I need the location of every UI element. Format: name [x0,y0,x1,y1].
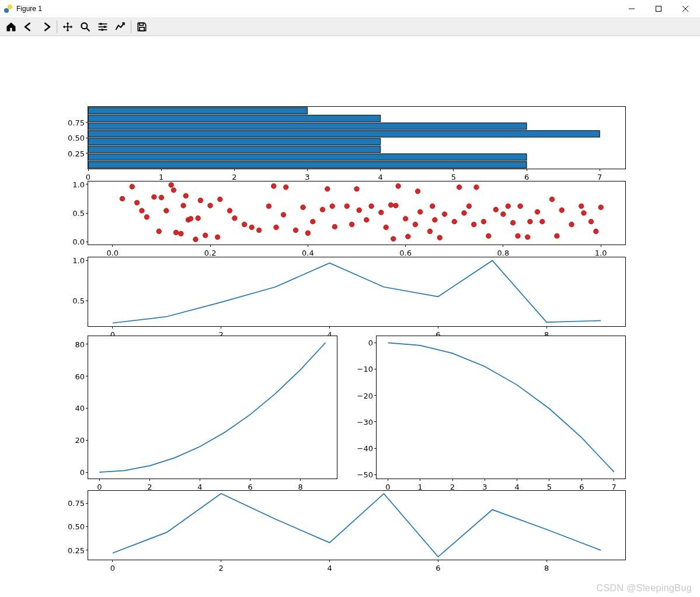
toolbar-separator [131,20,131,33]
svg-point-102 [525,235,530,240]
svg-point-113 [594,229,599,234]
svg-point-80 [413,222,418,227]
svg-rect-14 [140,23,144,25]
y-tick-label: −30 [357,417,373,426]
svg-rect-11 [100,23,102,25]
svg-point-40 [188,217,193,222]
svg-point-101 [518,204,523,209]
svg-point-44 [203,233,208,238]
svg-point-106 [549,197,555,202]
svg-point-38 [183,193,189,198]
x-tick-label: 2 [232,173,236,181]
svg-point-103 [528,219,533,224]
pan-icon[interactable] [59,19,76,35]
svg-point-41 [193,237,198,242]
x-tick-label: 7 [597,173,602,181]
svg-point-50 [242,222,247,227]
close-button[interactable] [672,0,699,18]
y-tick-label: 80 [75,340,85,348]
y-tick-label: 0.5 [72,209,85,218]
y-tick-label: 0.50 [68,134,85,142]
x-tick-label: 8 [544,564,549,572]
svg-point-35 [173,230,179,235]
svg-point-74 [388,203,393,208]
svg-point-107 [555,233,560,239]
svg-point-68 [354,186,360,191]
save-icon[interactable] [133,19,151,35]
svg-point-60 [305,231,311,236]
axes-line-quadratic-down: 01234567−50−40−30−20−100 [376,336,626,479]
svg-point-54 [271,184,277,189]
x-tick-label: 4 [327,564,332,572]
svg-line-5 [682,6,688,12]
x-tick-label: 1 [159,173,163,181]
svg-point-56 [281,212,286,218]
svg-point-27 [140,208,145,214]
svg-point-90 [462,211,467,216]
svg-point-25 [130,184,135,190]
back-icon[interactable] [20,19,37,35]
svg-point-87 [442,212,447,217]
svg-point-26 [134,200,140,205]
svg-point-61 [310,219,315,224]
svg-point-24 [120,196,125,201]
x-tick-label: 0.4 [302,249,314,257]
svg-point-28 [144,215,149,220]
x-tick-label: 0 [110,564,115,572]
figure-canvas[interactable]: 0.250.500.7501234567 0.00.20.40.60.81.00… [0,36,700,597]
y-tick-label: 60 [75,372,85,380]
svg-point-88 [452,219,457,224]
y-tick-label: 0 [368,338,373,347]
x-tick-label: 0.2 [204,249,217,257]
svg-point-49 [232,216,238,221]
svg-point-34 [171,187,176,193]
y-tick-label: 0.50 [68,522,85,531]
svg-point-79 [406,234,411,239]
svg-rect-3 [656,6,661,12]
zoom-icon[interactable] [76,19,94,35]
toolbar-separator [57,20,57,33]
svg-point-53 [266,204,271,209]
svg-point-67 [349,222,354,227]
watermark: CSDN @SleepingBug [596,583,692,593]
svg-point-63 [325,186,330,191]
svg-point-111 [581,211,587,216]
home-icon[interactable] [2,19,20,35]
subplots-icon[interactable] [94,19,112,35]
x-tick-label: 0 [86,173,90,181]
svg-point-76 [393,203,399,208]
maximize-button[interactable] [645,0,672,18]
svg-point-33 [169,183,174,188]
svg-point-42 [196,216,201,221]
svg-point-112 [588,219,594,224]
y-tick-label: 0.0 [72,238,85,246]
svg-point-86 [437,235,443,240]
svg-point-32 [164,208,169,214]
svg-rect-17 [88,153,527,160]
svg-point-30 [156,229,162,234]
svg-point-47 [218,197,223,202]
svg-point-83 [427,229,433,234]
forward-icon[interactable] [37,19,55,35]
axes-line-1: 024680.51.0 [88,257,626,327]
svg-point-105 [540,219,545,224]
svg-point-6 [81,23,87,29]
x-tick-label: 0.6 [399,249,412,257]
svg-rect-12 [104,26,106,27]
svg-line-7 [87,29,90,32]
minimize-button[interactable] [618,0,645,18]
y-tick-label: 0.75 [68,118,85,127]
svg-point-64 [330,204,335,209]
svg-point-97 [501,212,506,217]
matplotlib-toolbar [0,18,700,36]
svg-point-51 [249,225,255,230]
svg-point-89 [457,185,462,190]
y-tick-label: −10 [357,365,373,373]
svg-point-93 [474,185,479,190]
svg-point-77 [396,184,401,189]
svg-rect-13 [102,29,103,30]
svg-point-45 [208,203,213,208]
y-tick-label: 0.25 [68,149,85,158]
svg-point-84 [430,204,435,209]
edit-axis-icon[interactable] [112,19,129,35]
